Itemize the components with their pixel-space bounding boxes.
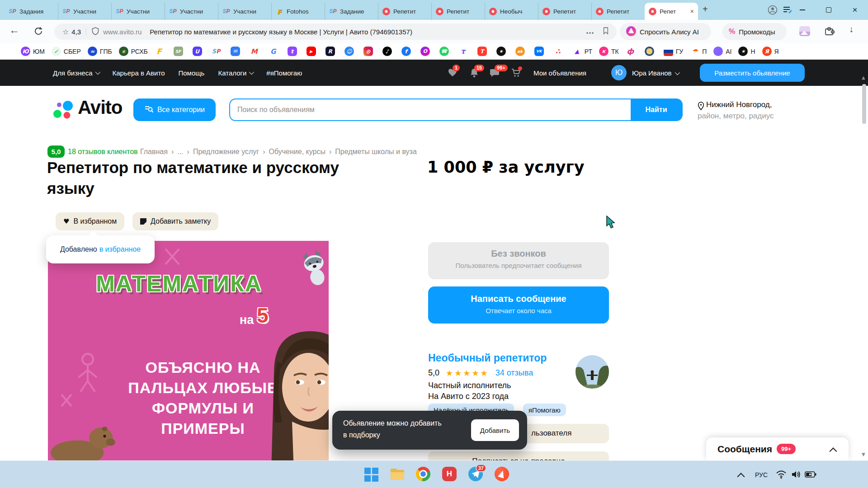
browser-tab[interactable]: SP Задания × (5, 3, 58, 20)
browser-tab[interactable]: Репетит × (591, 3, 645, 20)
site-rating-star-icon[interactable]: ☆ (62, 28, 69, 36)
bookmark-item[interactable]: t (288, 47, 300, 56)
browser-tab[interactable]: Репетит × (378, 3, 431, 20)
seller-avatar[interactable] (576, 355, 609, 389)
gallery-extension-icon[interactable] (799, 26, 810, 36)
tooltip-favorites-link[interactable]: в избранное (99, 245, 141, 253)
messenger-app-icon[interactable]: 37 (468, 467, 484, 482)
window-close-button[interactable]: × (848, 0, 862, 20)
promo-button[interactable]: % Промокоды (722, 23, 787, 40)
browser-tab[interactable]: Репетит × (538, 3, 591, 20)
bookmark-item[interactable]: ☂ П (690, 47, 707, 56)
search-find-button[interactable]: Найти (631, 99, 682, 120)
nav-link[interactable]: Карьера в Авито (113, 69, 165, 77)
bookmark-flag-icon[interactable] (602, 27, 609, 37)
scrollbar-down-arrow[interactable]: ▼ (862, 452, 865, 457)
profile-icon[interactable] (768, 5, 778, 17)
avito-logo-icon[interactable] (53, 100, 74, 121)
bookmark-item[interactable]: SP (212, 47, 224, 56)
new-tab-button[interactable]: + (703, 4, 708, 14)
messages-chat-icon[interactable]: 99+ (490, 68, 500, 78)
browser-tab[interactable]: Репет × (645, 3, 698, 20)
browser-tab[interactable]: SP Участни × (111, 3, 165, 20)
tab-close-icon[interactable]: × (690, 8, 694, 15)
breadcrumb-item[interactable]: Обучение, курсы (269, 148, 335, 156)
breadcrumb-item[interactable]: Предложение услуг (193, 148, 269, 156)
notifications-bell-icon[interactable]: 15 (469, 68, 479, 78)
bookmark-item[interactable] (645, 47, 657, 56)
browser-tab[interactable]: SP Участни × (58, 3, 111, 20)
bookmark-item[interactable]: ☺ (344, 47, 357, 56)
browser-tab[interactable]: Необыч × (485, 3, 538, 20)
chevron-up-icon[interactable] (830, 447, 837, 455)
user-menu[interactable]: Юра Иванов (632, 69, 679, 77)
seller-name-link[interactable]: Необычный репетитор (428, 352, 547, 364)
write-message-button[interactable]: Написать сообщение Отвечает около часа (428, 286, 609, 324)
address-url[interactable]: www.avito.ru (103, 28, 142, 36)
browser-tab[interactable]: F Fotohos × (271, 3, 325, 20)
bookmark-item[interactable]: F (155, 47, 167, 56)
downloads-icon[interactable]: ↓ (849, 24, 854, 34)
wifi-icon[interactable] (776, 470, 787, 481)
favorite-button[interactable]: ♥ В избранном (56, 212, 124, 230)
avito-logo-text[interactable]: Avito (78, 97, 122, 118)
browser-tab[interactable]: SP Участни × (165, 3, 218, 20)
bookmark-item[interactable]: T (477, 47, 490, 56)
my-ads-link[interactable]: Мои объявления (533, 69, 586, 77)
favorites-heart-icon[interactable]: 1 (448, 68, 458, 78)
bookmark-item[interactable]: ✓ СБЕР (52, 47, 81, 56)
listing-photo[interactable]: МАТЕМАТИКА на 5 ОБЪЯСНЮ НАПАЛЬЦАХ ЛЮБЫЕФ… (48, 241, 329, 464)
search-input[interactable] (236, 100, 623, 119)
browser-tab[interactable]: SP Задание × (325, 3, 378, 20)
location-city[interactable]: Нижний Новгород, (706, 100, 772, 109)
file-explorer-icon[interactable] (390, 467, 405, 482)
scrollbar-up-arrow[interactable]: ▲ (862, 75, 865, 80)
bookmark-item[interactable]: τ (458, 47, 471, 56)
bookmark-item[interactable]: ≈ ГПБ (88, 47, 112, 56)
reload-icon[interactable] (33, 26, 43, 38)
location-refine[interactable]: район, метро, радиус (698, 112, 774, 121)
back-button[interactable]: ← (9, 24, 19, 36)
extensions-puzzle-icon[interactable] (824, 25, 835, 38)
window-maximize-button[interactable] (822, 0, 835, 20)
bookmark-item[interactable]: R (326, 47, 338, 56)
chrome-icon[interactable] (416, 467, 431, 482)
bookmark-item[interactable]: ☎ (439, 47, 452, 56)
nav-link[interactable]: Помощь (179, 69, 205, 77)
bookmark-item[interactable]: ГУ (664, 47, 683, 56)
reviews-link[interactable]: 18 отзывов клиентов (68, 148, 138, 156)
keyboard-language[interactable]: РУС (755, 471, 768, 479)
bookmark-item[interactable]: AI (713, 47, 731, 56)
bookmark-item[interactable]: U (193, 47, 205, 56)
nav-link[interactable]: #яПомогаю (266, 69, 302, 77)
bookmark-item[interactable]: к ТК (599, 47, 619, 56)
bookmark-item[interactable]: ★ Н (738, 47, 755, 56)
add-note-button[interactable]: Добавить заметку (132, 212, 218, 230)
bookmark-item[interactable]: VK (534, 47, 547, 56)
hh-app-icon[interactable]: H (442, 467, 458, 482)
bookmark-item[interactable]: ✉ (231, 47, 243, 56)
all-categories-button[interactable]: Все категории (133, 99, 216, 121)
nav-link[interactable]: Для бизнеса (53, 69, 99, 77)
bookmark-item[interactable]: O (420, 47, 433, 56)
address-bar[interactable]: ☆ 4,3 www.avito.ru Репетитор по математи… (54, 23, 617, 40)
breadcrumb-item[interactable]: Предметы школы и вуза (335, 148, 417, 156)
bookmark-item[interactable]: ♪ (382, 47, 395, 56)
yandex-browser-icon[interactable] (495, 467, 510, 482)
bookmark-item[interactable]: ∴ (553, 47, 566, 56)
browser-menu-icon[interactable] (783, 6, 792, 16)
messenger-widget[interactable]: Сообщения 99+ (706, 437, 849, 460)
bookmark-item[interactable]: ok (515, 47, 528, 56)
bookmark-item[interactable]: ▲ РТ (572, 47, 592, 56)
user-avatar[interactable]: Ю (611, 65, 627, 80)
scrollbar-thumb[interactable] (862, 84, 866, 124)
bookmark-item[interactable]: ф (626, 47, 638, 56)
toast-add-button[interactable]: Добавить (471, 419, 519, 441)
bookmark-item[interactable]: M (250, 47, 262, 56)
cart-icon[interactable] (511, 68, 521, 78)
post-ad-button[interactable]: Разместить обьявление (700, 64, 805, 82)
ask-alice-button[interactable]: Спросить Алису AI (620, 23, 711, 40)
seller-reviews-link[interactable]: 34 отзыва (495, 368, 533, 378)
window-minimize-button[interactable] (796, 0, 809, 20)
bookmark-item[interactable]: Я Я (762, 47, 779, 56)
